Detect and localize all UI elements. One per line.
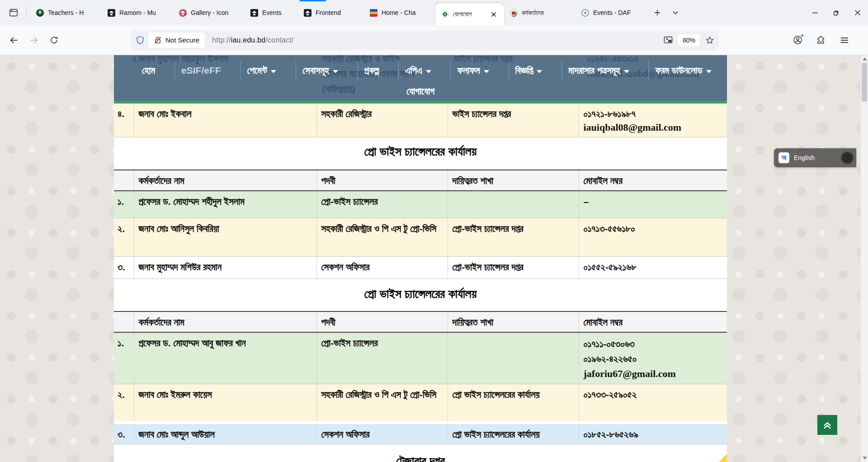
table-row: ৪. জনাব মোঃ ইকবাল সহকারী রেজিস্ট্রার ভাই…: [114, 104, 727, 137]
close-window-button[interactable]: [847, 0, 868, 25]
tab-contact-active[interactable]: যোগাযোগ: [435, 3, 504, 25]
mobile-cell: ০১৭৩৩-২৫৯০৫২: [579, 384, 727, 422]
tab-title: Home - Cha: [382, 9, 429, 16]
header-mobile: মোবাইল নম্বর: [579, 170, 727, 191]
tab-home-champ[interactable]: Home - Cha: [364, 0, 435, 25]
nav-item-home[interactable]: হোম: [136, 61, 161, 80]
tab-strip: Teachers - H Ramom - Mu Gallery - Icon E…: [0, 0, 868, 25]
nav-item-madrasah-letters[interactable]: মাদরাসার পত্রসমূহ: [561, 61, 636, 80]
tab-frontend[interactable]: Frontend: [298, 0, 364, 25]
row-serial: ১.: [114, 191, 134, 218]
tab-teachers[interactable]: Teachers - H: [30, 0, 102, 25]
tab-close-button[interactable]: [489, 10, 498, 19]
app-menu-button[interactable]: [836, 32, 853, 48]
translate-widget-handle[interactable]: [841, 151, 854, 164]
branch: প্রো ভাইস চ্যান্সেলরের কার্যালয়: [448, 384, 579, 422]
account-button[interactable]: [789, 32, 806, 48]
extensions-button[interactable]: [813, 32, 829, 48]
bookmark-star-icon[interactable]: [705, 36, 714, 45]
reload-button[interactable]: [45, 32, 62, 49]
firefox-view-icon: [9, 8, 19, 18]
table-row: ২. জনাব মোঃ ইমরুল কায়েস সহকারী রেজিস্ট্…: [114, 384, 727, 422]
officer-name: জনাব মোঃ ইমরুল কায়েস: [134, 384, 316, 422]
plus-icon: [654, 9, 661, 16]
table-row: ৩. জনাব মুহাম্মদ মশিউর রহমান সেকশন অফিসা…: [114, 256, 727, 278]
branch: ভাইস চ্যান্সেলর দপ্তর: [448, 104, 579, 137]
designation: সহকারী রেজিস্ট্রার: [316, 104, 448, 137]
account-notification-dot: [800, 33, 804, 38]
nav-item-apa[interactable]: এপিএ: [398, 61, 438, 80]
firefox-view-button[interactable]: [5, 4, 23, 22]
nav-item-projects[interactable]: প্রকল্প: [358, 61, 386, 80]
translate-language-label: English: [794, 154, 836, 161]
scrollbar-down-arrow[interactable]: [863, 457, 867, 460]
picture-in-picture-icon[interactable]: [664, 36, 673, 44]
nav-label: হোম: [142, 65, 155, 76]
nav-item-esif[interactable]: eSIF/eFF: [175, 61, 227, 80]
tab-title: Frontend: [316, 9, 358, 16]
govt-seal-favicon: [510, 9, 518, 17]
designation: প্রো-ভাইস চ্যান্সেলর: [316, 191, 448, 218]
mobile-cell: ০১৭১৩-৫৫৬১৮০: [579, 218, 727, 256]
header-name: কর্মকর্তাদের নাম: [134, 311, 316, 332]
forward-button[interactable]: [25, 32, 42, 49]
security-indicator[interactable]: Not Secure: [148, 33, 205, 48]
content-column: ২. জনাব মুহাম্মদ আরিফুল ইসলাম সহকারী রেজ…: [114, 55, 727, 462]
window-controls: [804, 0, 868, 25]
row-serial: ৩.: [114, 256, 134, 278]
list-all-tabs-button[interactable]: [668, 5, 683, 20]
tab-gallery[interactable]: Gallery - Icon: [173, 0, 245, 25]
row-serial: ২.: [114, 384, 134, 422]
officer-name: জনাব মুহাম্মদ মশিউর রহমান: [134, 256, 316, 278]
page-scrollbar[interactable]: [860, 55, 868, 462]
vc-office-table-fragment: ৪. জনাব মোঃ ইকবাল সহকারী রেজিস্ট্রার ভাই…: [114, 104, 727, 137]
green-diamond-favicon: [441, 10, 449, 18]
tab-events-daf[interactable]: Events - DAF: [576, 0, 647, 25]
mobile-number: ০১৭১১-০৫৩০৬৩: [584, 336, 722, 351]
page-viewport: ২. জনাব মুহাম্মদ আরিফুল ইসলাম সহকারী রেজ…: [0, 55, 868, 462]
minimize-button[interactable]: [804, 0, 826, 25]
tab-events[interactable]: Events: [245, 0, 298, 25]
url-text: http://iau.edu.bd/contact/: [212, 36, 293, 44]
nav-item-notices[interactable]: বিজ্ঞপ্তি: [509, 61, 549, 80]
pro-vc-office-table-2: কর্মকর্তাদের নাম পদবী দায়িত্বরত শাখা মো…: [114, 311, 727, 444]
branch: [448, 332, 579, 384]
nav-item-services[interactable]: সেবাসমূহ: [296, 61, 344, 80]
officer-name: জনাব মোঃ আব্দুল আউয়াল: [134, 422, 316, 444]
email-address: iauiqbal08@gmail.com: [584, 121, 722, 134]
header-serial: [114, 311, 134, 332]
college-crest-favicon: [370, 9, 377, 17]
tab-ramom[interactable]: Ramom - Mu: [102, 0, 173, 25]
nav-item-contact[interactable]: যোগাযোগ: [400, 81, 441, 101]
chevron-down-icon: [484, 70, 489, 73]
new-tab-button[interactable]: [650, 5, 665, 20]
translate-icon: অ: [778, 152, 789, 163]
mobile-cell: –: [579, 191, 727, 218]
header-name: কর্মকর্তাদের নাম: [134, 170, 316, 191]
toolbar-right-actions: [789, 32, 853, 48]
nav-label: সেবাসমূহ: [302, 65, 329, 76]
scroll-to-top-button[interactable]: [817, 415, 837, 435]
nav-label: প্রকল্প: [364, 65, 379, 76]
tab-title: Teachers - H: [48, 9, 96, 16]
hamburger-menu-icon: [840, 36, 849, 45]
zoom-level-indicator[interactable]: 80%: [678, 34, 700, 46]
tab-title: কর্মকর্তাদের: [522, 9, 570, 17]
nav-item-payment[interactable]: পেমেন্ট: [240, 61, 283, 80]
back-button[interactable]: [5, 32, 23, 49]
translate-widget[interactable]: অ English: [774, 148, 856, 167]
tab-officials[interactable]: কর্মকর্তাদের: [504, 0, 576, 25]
nav-item-form-download[interactable]: ফরম ডাউনলোড: [648, 61, 718, 80]
nav-item-results[interactable]: ফলাফল: [450, 61, 495, 80]
designation: সহকারী রেজিস্ট্রার ও পি এস টু প্রো-ভিসি: [316, 218, 448, 256]
nav-label: বিজ্ঞপ্তি: [515, 65, 533, 76]
designation: প্রো-ভাইস চ্যান্সেলর: [316, 332, 448, 384]
scrollbar-thumb[interactable]: [862, 63, 867, 102]
chevron-down-icon: [426, 70, 431, 73]
scrollbar-up-arrow[interactable]: [863, 57, 867, 61]
mobile-number: ০১৭১৩-৫৫৬১৮০: [584, 222, 722, 236]
url-bar[interactable]: Not Secure http://iau.edu.bd/contact/ 80…: [131, 30, 719, 50]
table-header-row: কর্মকর্তাদের নাম পদবী দায়িত্বরত শাখা মো…: [114, 311, 727, 332]
restore-button[interactable]: [826, 0, 847, 25]
pro-vc-office-table-1: কর্মকর্তাদের নাম পদবী দায়িত্বরত শাখা মো…: [114, 170, 727, 279]
